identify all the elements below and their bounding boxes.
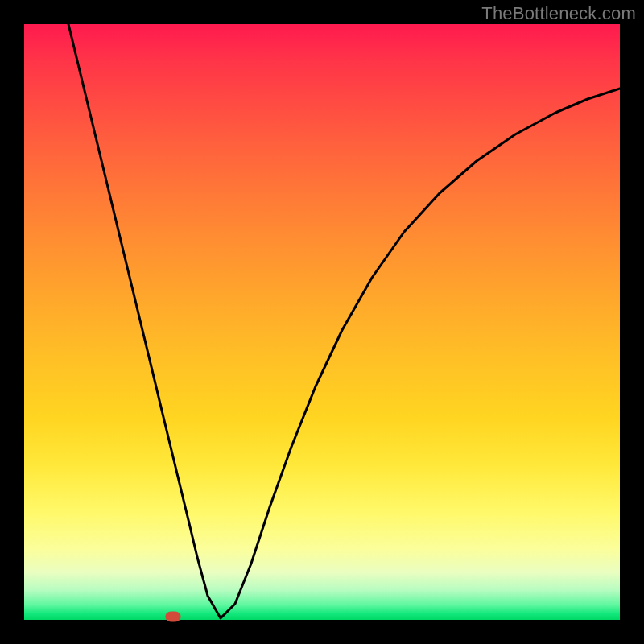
curve-path — [68, 24, 620, 618]
minimum-point-marker — [166, 612, 181, 622]
plot-area — [24, 24, 620, 620]
bottleneck-curve — [24, 24, 620, 620]
watermark-text: TheBottleneck.com — [481, 3, 636, 24]
chart-frame: TheBottleneck.com — [0, 0, 644, 644]
